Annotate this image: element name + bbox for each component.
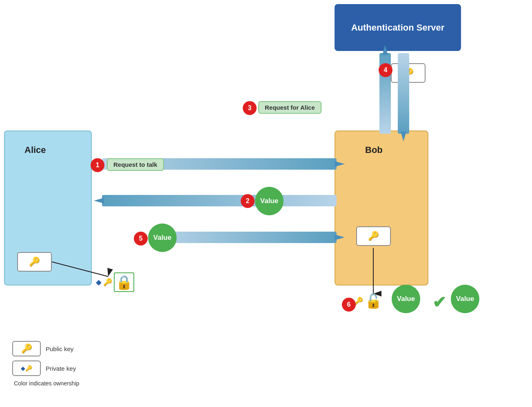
step-6-value: Value: [392, 285, 420, 313]
key-small-icon: 🔑: [103, 278, 112, 287]
legend-public-key: 🔑 Public key: [12, 341, 79, 356]
padlock-closed-icon: 🔒: [114, 272, 134, 292]
legend-private-key: ◆🔑 Private key: [12, 361, 79, 376]
step-1-badge: 1: [91, 158, 104, 172]
auth-server-label: Authentication Server: [351, 22, 445, 33]
step-1-label: Request to talk: [107, 158, 164, 171]
bob-public-key-icon: 🔑: [356, 226, 391, 246]
bob-label: Bob: [365, 145, 383, 155]
diagram-container: Authentication Server Alice Bob 🔑 🔑 🔑: [0, 0, 532, 407]
step-2-badge: 2: [241, 194, 255, 208]
alice-label: Alice: [24, 145, 46, 155]
auth-server-box: Authentication Server: [335, 4, 461, 51]
step-4-badge: 4: [379, 63, 392, 77]
step-5-badge: 5: [134, 232, 148, 246]
legend-private-key-label: Private key: [46, 365, 76, 372]
auth-server-key-icon: 🔑: [391, 63, 426, 83]
step-7-checkmark-icon: ✔: [432, 293, 446, 312]
svg-rect-13: [155, 232, 337, 243]
step-3-badge: 3: [243, 101, 257, 115]
legend: 🔑 Public key ◆🔑 Private key Color indica…: [12, 341, 79, 387]
alice-public-key-icon: 🔑: [17, 252, 52, 272]
private-key-diamond-icon: ◆: [96, 278, 102, 287]
step-3-label: Request for Alice: [258, 101, 321, 114]
step-6-decrypt: 🔑 🔓: [354, 293, 382, 309]
legend-public-key-label: Public key: [46, 345, 73, 352]
padlock-open-icon: 🔓: [365, 293, 382, 309]
step-7-value: Value: [451, 285, 479, 313]
legend-public-key-icon: 🔑: [12, 341, 41, 356]
legend-color-note: Color indicates ownership: [12, 380, 79, 387]
step-6-badge: 6: [342, 298, 356, 312]
step-2-value: Value: [255, 187, 284, 215]
svg-marker-8: [94, 198, 104, 204]
step-5-encrypt: ◆ 🔑 🔒: [96, 272, 134, 292]
legend-private-key-icon: ◆🔑: [12, 361, 41, 376]
svg-rect-7: [102, 195, 337, 206]
step-5-value: Value: [148, 223, 177, 252]
